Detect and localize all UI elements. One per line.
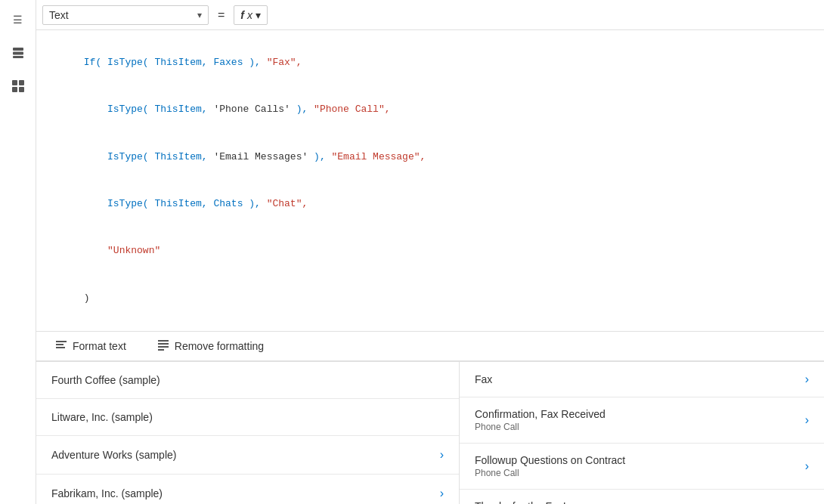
list-panel: Fourth Coffee (sample) Litware, Inc. (sa… xyxy=(36,362,460,504)
svg-rect-1 xyxy=(13,52,23,55)
fx-label: f xyxy=(240,9,244,21)
detail-item-title: Fax xyxy=(475,373,805,385)
code-line-6: ) xyxy=(48,275,812,322)
hamburger-icon[interactable]: ☰ xyxy=(5,6,32,33)
sidebar: ☰ xyxy=(0,0,36,504)
detail-item-subtitle: Phone Call xyxy=(475,422,805,432)
detail-item-content: Thanks for the Fax! Email Message xyxy=(475,500,805,504)
list-item[interactable]: Adventure Works (sample) › xyxy=(36,436,459,475)
chevron-down-icon: ▾ xyxy=(197,10,202,20)
fx-x: x xyxy=(247,9,252,21)
list-item-name: Adventure Works (sample) xyxy=(51,449,176,461)
detail-item-subtitle: Phone Call xyxy=(475,468,805,478)
equals-sign: = xyxy=(215,8,228,22)
detail-item[interactable]: Fax › xyxy=(460,362,824,397)
format-text-button[interactable]: Format text xyxy=(48,333,132,359)
svg-rect-2 xyxy=(13,56,23,58)
remove-formatting-button[interactable]: Remove formatting xyxy=(150,333,270,359)
detail-item[interactable]: Confirmation, Fax Received Phone Call › xyxy=(460,397,824,444)
fx-button[interactable]: f x ▾ xyxy=(234,5,268,25)
detail-item-title: Thanks for the Fax! xyxy=(475,500,805,504)
detail-item[interactable]: Followup Questions on Contract Phone Cal… xyxy=(460,444,824,490)
chevron-right-icon: › xyxy=(805,413,809,427)
remove-formatting-icon xyxy=(156,338,170,354)
detail-item-content: Fax xyxy=(475,373,805,385)
code-line-3: IsType( ThisItem, 'Email Messages' ), "E… xyxy=(48,134,812,181)
list-item[interactable]: Fourth Coffee (sample) xyxy=(36,362,459,399)
detail-item-title: Confirmation, Fax Received xyxy=(475,408,805,420)
list-item[interactable]: Fabrikam, Inc. (sample) › xyxy=(36,475,459,504)
list-item-name: Fabrikam, Inc. (sample) xyxy=(51,487,163,499)
content-split: Fourth Coffee (sample) Litware, Inc. (sa… xyxy=(36,362,824,504)
chevron-right-icon: › xyxy=(440,487,444,500)
field-dropdown-text: Text xyxy=(49,9,191,21)
detail-item-content: Followup Questions on Contract Phone Cal… xyxy=(475,454,805,478)
detail-item[interactable]: Thanks for the Fax! Email Message › xyxy=(460,490,824,504)
code-editor[interactable]: If( IsType( ThisItem, Faxes ), "Fax", Is… xyxy=(36,30,824,332)
svg-rect-3 xyxy=(12,80,17,85)
svg-rect-5 xyxy=(12,87,17,92)
chevron-right-icon: › xyxy=(805,459,809,473)
list-item-name: Litware, Inc. (sample) xyxy=(51,411,153,423)
list-item-name: Fourth Coffee (sample) xyxy=(51,374,160,386)
code-line-2: IsType( ThisItem, 'Phone Calls' ), "Phon… xyxy=(48,86,812,133)
chevron-right-icon: › xyxy=(440,448,444,462)
fx-arrow: ▾ xyxy=(256,9,261,21)
svg-rect-0 xyxy=(13,48,23,51)
svg-rect-6 xyxy=(19,87,24,92)
format-toolbar: Format text Remove formatting xyxy=(36,332,824,362)
detail-panel: Fax › Confirmation, Fax Received Phone C… xyxy=(460,362,824,504)
format-text-label: Format text xyxy=(73,340,126,352)
formula-bar: Text ▾ = f x ▾ xyxy=(36,0,824,30)
field-dropdown[interactable]: Text ▾ xyxy=(42,5,209,25)
code-line-1: If( IsType( ThisItem, Faxes ), "Fax", xyxy=(48,39,812,86)
main-content: Text ▾ = f x ▾ If( IsType( ThisItem, Fax… xyxy=(36,0,824,504)
grid-icon[interactable] xyxy=(5,73,32,100)
svg-rect-4 xyxy=(19,80,24,85)
remove-formatting-label: Remove formatting xyxy=(175,340,264,352)
list-item[interactable]: Litware, Inc. (sample) xyxy=(36,399,459,436)
detail-item-title: Followup Questions on Contract xyxy=(475,454,805,466)
format-text-icon xyxy=(54,338,68,354)
code-line-5: "Unknown" xyxy=(48,228,812,275)
layers-icon[interactable] xyxy=(5,39,32,66)
chevron-right-icon: › xyxy=(805,373,809,386)
detail-item-content: Confirmation, Fax Received Phone Call xyxy=(475,408,805,432)
code-line-4: IsType( ThisItem, Chats ), "Chat", xyxy=(48,181,812,227)
